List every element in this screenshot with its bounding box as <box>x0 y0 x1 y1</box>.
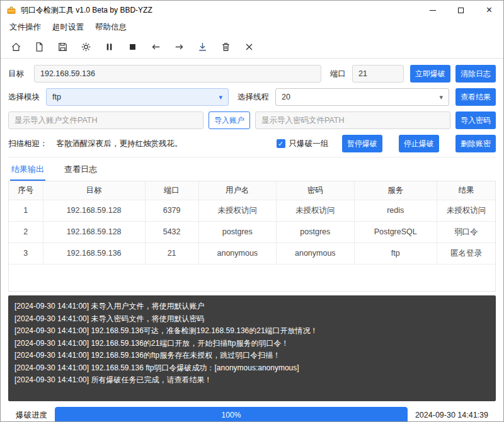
col-header-port: 端口 <box>145 181 198 200</box>
tab-view-logs[interactable]: 查看日志 <box>63 162 98 181</box>
table-header-row: 序号 目标 端口 用户名 密码 服务 结果 <box>9 181 495 200</box>
progress-value: 100% <box>222 411 241 419</box>
table-row[interactable]: 1 192.168.59.128 6379 未授权访问 未授权访问 redis … <box>9 200 495 221</box>
module-select[interactable]: ftp <box>46 88 229 106</box>
maximize-icon <box>458 8 464 13</box>
clear-log-button[interactable]: 清除日志 <box>455 65 496 83</box>
close-icon <box>486 4 492 16</box>
menu-file-ops[interactable]: 文件操作 <box>4 20 47 35</box>
chevron-down-icon <box>219 93 222 101</box>
footer: 爆破进度 100% 2024-09-30 14:41:39 <box>8 401 496 422</box>
footer-timestamp: 2024-09-30 14:41:39 <box>415 411 488 419</box>
delete-credentials-button[interactable]: 删除账密 <box>455 135 496 152</box>
trash-icon[interactable] <box>219 40 232 54</box>
only-one-group-checkbox[interactable] <box>277 139 285 148</box>
window-title: 弱口令检测工具 v1.0 Beta by BBD-YZZ <box>21 5 152 16</box>
cell-username: anonymous <box>198 242 277 264</box>
cell-port: 6379 <box>145 200 198 221</box>
progress-fill: 100% <box>55 407 408 422</box>
log-area[interactable]: [2024-09-30 14:41:00] 未导入用户文件，将使用默认账户 [2… <box>8 295 496 401</box>
module-select-value: ftp <box>52 93 61 101</box>
target-row: 目标 端口 立即爆破 清除日志 <box>8 65 496 83</box>
account-path-input[interactable] <box>8 111 203 129</box>
cell-port: 5432 <box>145 221 198 242</box>
cell-port: 21 <box>145 242 198 264</box>
thread-select-value: 20 <box>282 93 290 101</box>
maximize-button[interactable] <box>447 1 475 20</box>
col-header-target: 目标 <box>43 181 145 200</box>
forward-arrow-icon[interactable] <box>172 40 186 54</box>
thread-select[interactable]: 20 <box>275 88 449 106</box>
log-line: [2024-09-30 14:41:00] 192.168.59.136的ftp… <box>14 350 490 362</box>
col-header-service: 服务 <box>354 181 437 200</box>
pause-attack-button[interactable]: 暂停爆破 <box>342 135 382 152</box>
close-button[interactable] <box>475 1 503 20</box>
import-account-button[interactable]: 导入账户 <box>209 111 250 129</box>
chevron-down-icon <box>439 93 443 101</box>
target-input[interactable] <box>34 65 321 83</box>
thread-label: 选择线程 <box>238 92 269 103</box>
cell-password: 未授权访问 <box>277 200 355 221</box>
tab-results-output[interactable]: 结果输出 <box>10 162 45 181</box>
cell-target: 192.168.59.128 <box>43 200 145 221</box>
minimize-button[interactable] <box>418 1 447 20</box>
home-icon[interactable] <box>9 40 23 54</box>
menu-help-info[interactable]: 帮助信息 <box>89 20 132 35</box>
cell-result: 未授权访问 <box>437 200 495 221</box>
greeting-label: 扫描相迎： <box>8 139 48 149</box>
cell-password: anonymous <box>277 242 355 264</box>
import-row: 导入账户 导入密码 <box>8 111 496 129</box>
cell-username: postgres <box>198 221 277 242</box>
col-header-password: 密码 <box>277 181 355 200</box>
new-file-icon[interactable] <box>32 40 46 54</box>
table-row[interactable]: 2 192.168.59.128 5432 postgres postgres … <box>9 221 495 242</box>
col-header-result: 结果 <box>437 181 495 200</box>
minimize-icon <box>430 10 436 11</box>
pause-icon[interactable] <box>102 40 116 54</box>
titlebar: 弱口令检测工具 v1.0 Beta by BBD-YZZ <box>1 1 503 20</box>
stop-icon[interactable] <box>125 40 139 54</box>
back-arrow-icon[interactable] <box>149 40 163 54</box>
save-icon[interactable] <box>55 40 69 54</box>
port-label: 端口 <box>330 69 346 79</box>
port-input[interactable] <box>352 65 404 83</box>
log-line: [2024-09-30 14:41:00] 192.168.59.136可达，准… <box>14 325 490 338</box>
cell-password: postgres <box>277 221 355 242</box>
results-table: 序号 目标 端口 用户名 密码 服务 结果 1 192.168.59.128 6… <box>8 181 496 292</box>
menu-timeout-settings[interactable]: 超时设置 <box>47 20 89 35</box>
app-window: 弱口令检测工具 v1.0 Beta by BBD-YZZ 文件操作 超时设置 帮… <box>0 0 504 422</box>
cell-username: 未授权访问 <box>198 200 277 221</box>
cell-service: PostgreSQL <box>354 221 437 242</box>
control-row: 扫描相迎： 客散酒醒深夜后，更持红烛赏残花。 只爆破一组 暂停爆破 停止爆破 删… <box>8 135 496 152</box>
tab-bar: 结果输出 查看日志 <box>8 157 496 181</box>
cell-service: ftp <box>354 242 437 264</box>
attack-controls: 只爆破一组 暂停爆破 停止爆破 删除账密 <box>277 135 496 152</box>
cancel-x-icon[interactable] <box>242 40 256 54</box>
menubar: 文件操作 超时设置 帮助信息 <box>1 20 503 35</box>
stop-attack-button[interactable]: 停止爆破 <box>399 135 439 152</box>
app-icon <box>6 5 16 15</box>
table-row[interactable]: 3 192.168.59.136 21 anonymous anonymous … <box>9 242 495 264</box>
greeting-poem-text: 客散酒醒深夜后，更持红烛赏残花。 <box>57 139 183 149</box>
settings-gear-icon[interactable] <box>79 40 93 54</box>
password-path-input[interactable] <box>255 111 450 129</box>
progress-label: 爆破进度 <box>16 410 47 421</box>
only-one-group-label[interactable]: 只爆破一组 <box>289 139 329 149</box>
cell-target: 192.168.59.136 <box>43 242 145 264</box>
cell-index: 1 <box>9 200 43 221</box>
download-icon[interactable] <box>195 40 209 54</box>
log-line: [2024-09-30 14:41:00] 未导入密码文件，将使用默认密码 <box>14 313 490 326</box>
progress-bar: 100% <box>55 407 408 422</box>
module-row: 选择模块 ftp 选择线程 20 查看结果 <box>8 88 496 106</box>
view-results-button[interactable]: 查看结果 <box>455 88 496 106</box>
toolbar <box>1 35 503 59</box>
start-attack-button[interactable]: 立即爆破 <box>410 65 450 83</box>
log-line: [2024-09-30 14:41:00] 未导入用户文件，将使用默认账户 <box>14 300 490 313</box>
import-password-button[interactable]: 导入密码 <box>455 111 496 129</box>
cell-index: 2 <box>9 221 43 242</box>
log-line: [2024-09-30 14:41:00] 192.168.59.136的21端… <box>14 338 490 350</box>
module-label: 选择模块 <box>8 92 40 103</box>
cell-result: 匿名登录 <box>437 242 495 264</box>
main-content: 目标 端口 立即爆破 清除日志 选择模块 ftp 选择线程 20 查看结果 导入… <box>1 59 503 422</box>
col-header-index: 序号 <box>9 181 43 200</box>
